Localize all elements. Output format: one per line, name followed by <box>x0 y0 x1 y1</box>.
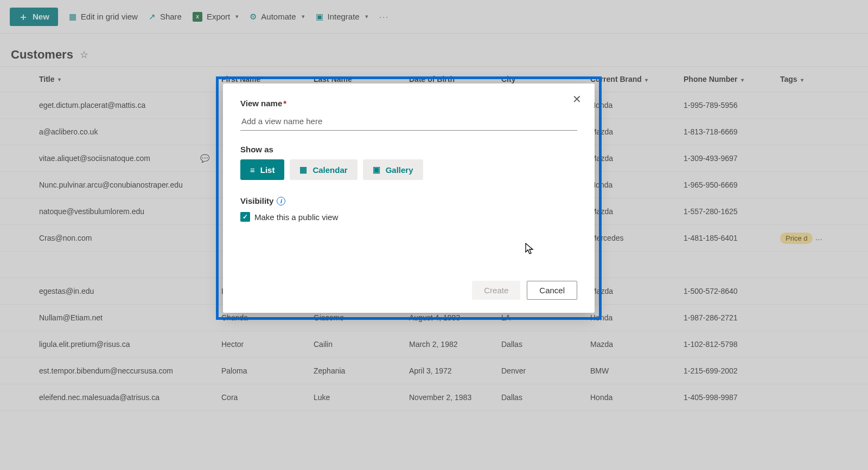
create-view-dialog: ✕ View name* Show as ≡ List ▦ Calendar ▣… <box>223 83 595 313</box>
close-button[interactable]: ✕ <box>569 91 585 107</box>
show-as-options: ≡ List ▦ Calendar ▣ Gallery <box>240 159 577 180</box>
create-button[interactable]: Create <box>472 281 520 300</box>
view-name-input[interactable] <box>240 111 577 131</box>
cancel-button[interactable]: Cancel <box>527 281 577 300</box>
public-checkbox[interactable]: ✓ <box>240 212 250 222</box>
option-label: Gallery <box>386 165 413 175</box>
close-icon: ✕ <box>572 93 582 105</box>
label-text: View name <box>240 99 282 108</box>
visibility-label: Visibility i <box>240 196 577 205</box>
option-calendar[interactable]: ▦ Calendar <box>290 159 357 180</box>
public-view-row: ✓ Make this a public view <box>240 212 577 222</box>
show-as-label: Show as <box>240 145 577 154</box>
gallery-icon: ▣ <box>373 165 380 175</box>
list-icon: ≡ <box>250 165 255 175</box>
calendar-icon: ▦ <box>299 165 307 175</box>
option-label: Calendar <box>312 165 347 175</box>
public-label: Make this a public view <box>254 213 338 222</box>
label-text: Visibility <box>240 196 273 205</box>
option-label: List <box>260 165 275 175</box>
info-icon[interactable]: i <box>277 197 285 205</box>
option-gallery[interactable]: ▣ Gallery <box>363 159 423 180</box>
view-name-label: View name* <box>240 99 577 108</box>
option-list[interactable]: ≡ List <box>240 159 284 180</box>
dialog-actions: Create Cancel <box>472 281 577 300</box>
dialog-highlight-frame: ✕ View name* Show as ≡ List ▦ Calendar ▣… <box>216 76 602 320</box>
required-asterisk: * <box>283 99 286 108</box>
